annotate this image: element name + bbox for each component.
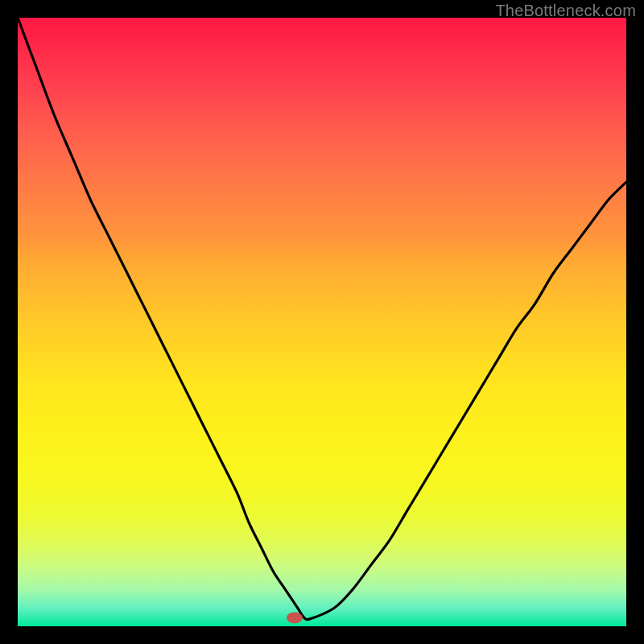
bottleneck-curve [18,18,626,620]
plot-area [18,18,626,626]
curve-layer [18,18,626,626]
chart-frame: TheBottleneck.com [0,0,644,644]
watermark-text: TheBottleneck.com [495,2,636,20]
optimum-marker [287,612,303,623]
